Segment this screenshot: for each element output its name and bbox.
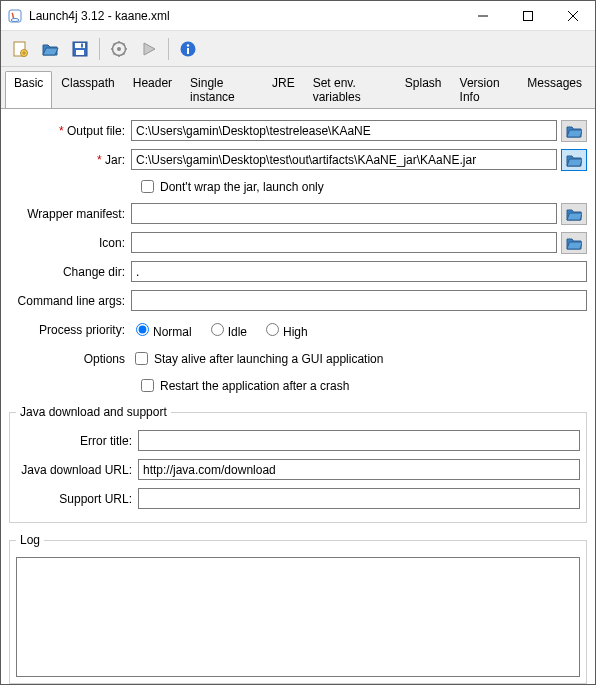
change-dir-input[interactable] [131, 261, 587, 282]
titlebar: Launch4j 3.12 - kaane.xml [1, 1, 595, 31]
info-button[interactable] [175, 36, 201, 62]
jar-input[interactable] [131, 149, 557, 170]
svg-rect-12 [76, 50, 84, 55]
svg-rect-11 [75, 43, 85, 48]
priority-idle-radio[interactable] [211, 323, 224, 336]
wrapper-manifest-browse-button[interactable] [561, 203, 587, 225]
dont-wrap-label: Dont't wrap the jar, launch only [160, 180, 324, 194]
tab-classpath[interactable]: Classpath [52, 71, 123, 109]
jar-browse-button[interactable] [561, 149, 587, 171]
folder-icon [566, 207, 582, 221]
toolbar [1, 31, 595, 67]
minimize-button[interactable] [460, 1, 505, 30]
output-file-browse-button[interactable] [561, 120, 587, 142]
jar-label: * Jar: [9, 153, 131, 167]
tab-version-info[interactable]: Version Info [451, 71, 519, 109]
priority-label: Process priority: [9, 323, 131, 337]
svg-rect-3 [523, 11, 532, 20]
tab-messages[interactable]: Messages [518, 71, 591, 109]
priority-group: Normal Idle High [131, 320, 308, 339]
build-button[interactable] [106, 36, 132, 62]
log-textarea[interactable] [16, 557, 580, 677]
icon-browse-button[interactable] [561, 232, 587, 254]
priority-high-radio[interactable] [266, 323, 279, 336]
download-url-input[interactable] [138, 459, 580, 480]
window-controls [460, 1, 595, 30]
java-download-section: Java download and support Error title: J… [9, 405, 587, 523]
java-download-legend: Java download and support [16, 405, 171, 419]
folder-icon [566, 236, 582, 250]
download-url-label: Java download URL: [16, 463, 138, 477]
svg-point-25 [187, 44, 189, 46]
log-legend: Log [16, 533, 44, 547]
tab-jre[interactable]: JRE [263, 71, 304, 109]
tab-splash[interactable]: Splash [396, 71, 451, 109]
app-icon [7, 8, 23, 24]
open-button[interactable] [37, 36, 63, 62]
save-button[interactable] [67, 36, 93, 62]
toolbar-separator [99, 38, 100, 60]
error-title-input[interactable] [138, 430, 580, 451]
restart-label: Restart the application after a crash [160, 379, 349, 393]
wrapper-manifest-input[interactable] [131, 203, 557, 224]
tab-content: * Output file: * Jar: Dont't wrap the ja… [1, 108, 595, 684]
svg-line-21 [123, 53, 125, 55]
window: Launch4j 3.12 - kaane.xml Basic Cla [0, 0, 596, 685]
tabs: Basic Classpath Header Single instance J… [1, 67, 595, 109]
toolbar-separator [168, 38, 169, 60]
restart-checkbox[interactable] [141, 379, 154, 392]
run-button[interactable] [136, 36, 162, 62]
tab-header[interactable]: Header [124, 71, 181, 109]
svg-line-22 [123, 43, 125, 45]
stay-alive-option[interactable]: Stay alive after launching a GUI applica… [131, 349, 383, 368]
new-button[interactable] [7, 36, 33, 62]
output-file-input[interactable] [131, 120, 557, 141]
priority-normal-radio[interactable] [136, 323, 149, 336]
options-label: Options [9, 352, 131, 366]
priority-idle[interactable]: Idle [206, 320, 247, 339]
priority-high[interactable]: High [261, 320, 308, 339]
svg-line-23 [114, 53, 116, 55]
svg-point-15 [117, 47, 121, 51]
priority-normal[interactable]: Normal [131, 320, 192, 339]
stay-alive-checkbox[interactable] [135, 352, 148, 365]
close-button[interactable] [550, 1, 595, 30]
log-section: Log [9, 533, 587, 684]
wrapper-manifest-label: Wrapper manifest: [9, 207, 131, 221]
support-url-input[interactable] [138, 488, 580, 509]
cmdline-input[interactable] [131, 290, 587, 311]
svg-rect-26 [187, 48, 189, 54]
tab-set-env[interactable]: Set env. variables [304, 71, 396, 109]
cmdline-label: Command line args: [9, 294, 131, 308]
icon-input[interactable] [131, 232, 557, 253]
svg-rect-13 [81, 43, 83, 47]
tab-single-instance[interactable]: Single instance [181, 71, 263, 109]
dont-wrap-checkbox[interactable] [141, 180, 154, 193]
output-file-label: * Output file: [9, 124, 131, 138]
window-title: Launch4j 3.12 - kaane.xml [29, 9, 460, 23]
folder-icon [566, 153, 582, 167]
svg-line-20 [114, 43, 116, 45]
support-url-label: Support URL: [16, 492, 138, 506]
error-title-label: Error title: [16, 434, 138, 448]
change-dir-label: Change dir: [9, 265, 131, 279]
folder-icon [566, 124, 582, 138]
maximize-button[interactable] [505, 1, 550, 30]
tab-basic[interactable]: Basic [5, 71, 52, 109]
icon-label: Icon: [9, 236, 131, 250]
